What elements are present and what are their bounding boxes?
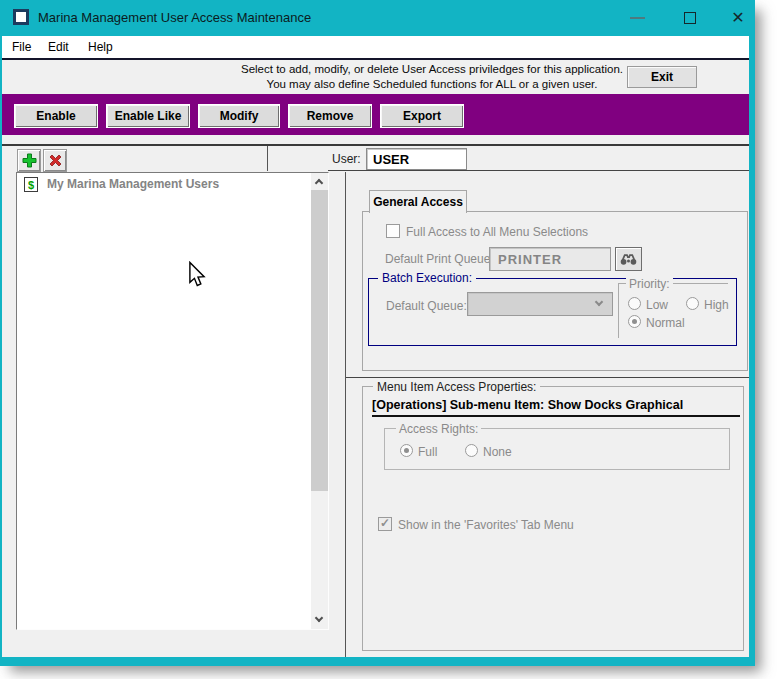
titlebar[interactable]: Marina Management User Access Maintenanc… — [0, 0, 755, 36]
print-queue-field[interactable] — [489, 247, 611, 271]
menu-item-props-header: [Operations] Sub-menu Item: Show Docks G… — [372, 398, 683, 412]
user-field[interactable] — [366, 148, 467, 170]
access-none-label: None — [483, 445, 512, 459]
priority-low-label: Low — [646, 298, 668, 312]
access-rights-label: Access Rights: — [396, 422, 481, 436]
dollar-icon: $ — [24, 177, 38, 192]
check-icon: ✓ — [380, 516, 390, 530]
scrollbar-thumb[interactable] — [311, 190, 328, 491]
priority-normal-radio[interactable] — [628, 315, 641, 328]
user-tree: $My Marina Management Users — [16, 172, 329, 630]
tree-scrollbar[interactable] — [311, 173, 328, 629]
menu-file[interactable]: File — [12, 36, 31, 58]
plus-icon — [22, 153, 37, 168]
export-button[interactable]: Export — [380, 104, 464, 128]
tab-general-access[interactable]: General Access — [369, 190, 467, 213]
tree-item: $My Marina Management Users — [17, 176, 311, 194]
priority-high-radio[interactable] — [686, 297, 699, 310]
add-user-button[interactable] — [17, 149, 41, 172]
favorites-checkbox[interactable]: ✓ — [378, 517, 392, 531]
binoculars-icon — [619, 252, 638, 266]
priority-label: Priority: — [626, 277, 673, 291]
app-icon — [13, 9, 29, 25]
action-toolbar: Enable Enable Like Modify Remove Export — [2, 94, 749, 135]
menu-item-props-title: Menu Item Access Properties: — [373, 380, 540, 394]
access-full-label: Full — [418, 445, 437, 459]
priority-group-border — [618, 283, 619, 338]
menu-bar: File Edit Help — [2, 36, 749, 58]
user-field-label: User: — [332, 152, 361, 166]
batch-execution-title: Batch Execution: — [378, 271, 476, 285]
default-queue-dropdown[interactable] — [467, 292, 613, 316]
chevron-up-icon — [315, 179, 323, 187]
divider — [267, 146, 268, 171]
minimize-icon[interactable] — [630, 17, 645, 19]
chevron-down-icon — [315, 614, 323, 622]
header-underline — [372, 415, 740, 417]
delete-user-button[interactable] — [43, 149, 67, 172]
access-full-radio[interactable] — [400, 444, 413, 457]
tree-rows: $My Marina Management Users — [17, 173, 311, 629]
panel-divider — [345, 172, 346, 657]
favorites-label: Show in the 'Favorites' Tab Menu — [398, 518, 574, 532]
app-window: Marina Management User Access Maintenanc… — [0, 0, 755, 666]
default-queue-label: Default Queue: — [386, 299, 467, 313]
priority-high-label: High — [704, 298, 729, 312]
full-access-label: Full Access to All Menu Selections — [406, 225, 588, 239]
access-none-radio[interactable] — [465, 444, 478, 457]
priority-low-radio[interactable] — [628, 297, 641, 310]
mouse-cursor-icon — [188, 261, 206, 288]
priority-normal-label: Normal — [646, 316, 685, 330]
maximize-icon[interactable] — [684, 12, 696, 24]
section-divider — [346, 377, 749, 378]
full-access-checkbox[interactable]: ✓ — [386, 224, 400, 238]
enable-button[interactable]: Enable — [14, 104, 98, 128]
exit-button[interactable]: Exit — [627, 66, 697, 88]
instruction-header: Select to add, modify, or delete User Ac… — [2, 60, 749, 94]
scroll-up-button[interactable] — [311, 173, 328, 190]
modify-button[interactable]: Modify — [198, 104, 280, 128]
tree-item-label[interactable]: My Marina Management Users — [47, 177, 219, 191]
divider — [328, 170, 749, 171]
menu-help[interactable]: Help — [88, 36, 113, 58]
screen: Marina Management User Access Maintenanc… — [0, 0, 777, 679]
menu-edit[interactable]: Edit — [48, 36, 69, 58]
enable-like-button[interactable]: Enable Like — [106, 104, 190, 128]
find-queue-button[interactable] — [615, 247, 642, 271]
chevron-down-icon — [595, 298, 603, 306]
divider — [2, 144, 749, 146]
scroll-down-button[interactable] — [311, 612, 328, 629]
close-icon[interactable]: ✕ — [728, 8, 748, 28]
x-icon — [48, 153, 63, 168]
print-queue-label: Default Print Queue: — [385, 252, 494, 266]
remove-button[interactable]: Remove — [288, 104, 372, 128]
window-title: Marina Management User Access Maintenanc… — [38, 0, 311, 36]
